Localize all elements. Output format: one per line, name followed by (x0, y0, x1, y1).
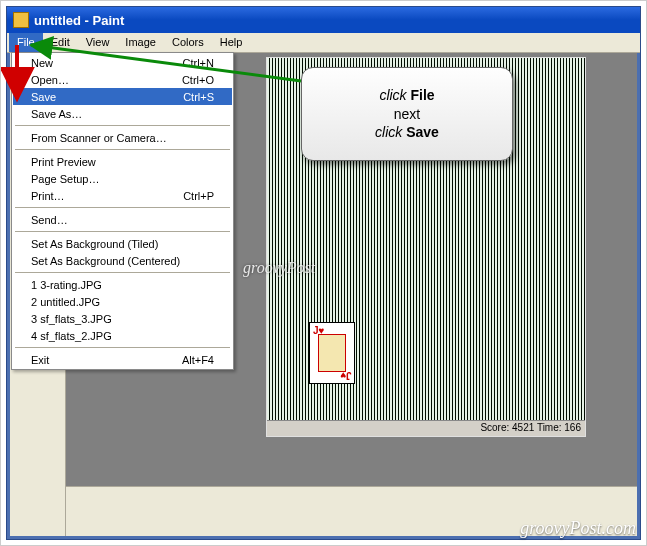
game-status-text: Score: 4521 Time: 166 (267, 420, 585, 436)
menu-item[interactable]: 2 untitled.JPG (13, 293, 232, 310)
instruction-callout: click File next click Save (301, 67, 513, 161)
menu-item-label: 1 3-rating.JPG (31, 279, 102, 291)
menu-item[interactable]: ExitAlt+F4 (13, 351, 232, 368)
menu-separator (15, 272, 230, 273)
watermark-text: groovyPost (243, 259, 315, 277)
menu-separator (15, 149, 230, 150)
window-title: untitled - Paint (34, 13, 124, 28)
menu-item-label: Exit (31, 354, 49, 366)
menu-item[interactable]: 4 sf_flats_2.JPG (13, 327, 232, 344)
menu-item[interactable]: Page Setup… (13, 170, 232, 187)
menubar: FileEditViewImageColorsHelp (7, 33, 640, 53)
menu-item[interactable]: Set As Background (Tiled) (13, 235, 232, 252)
menu-item-shortcut: Alt+F4 (182, 354, 214, 366)
menu-item[interactable]: Save As… (13, 105, 232, 122)
menu-item[interactable]: Print Preview (13, 153, 232, 170)
menu-item-label: Set As Background (Tiled) (31, 238, 158, 250)
menu-separator (15, 207, 230, 208)
menu-item[interactable]: Print…Ctrl+P (13, 187, 232, 204)
file-menu: NewCtrl+NOpen…Ctrl+OSaveCtrl+SSave As…Fr… (11, 52, 234, 370)
app-icon (13, 12, 29, 28)
menu-item[interactable]: Open…Ctrl+O (13, 71, 232, 88)
menu-item-shortcut: Ctrl+S (183, 91, 214, 103)
menu-item[interactable]: Set As Background (Centered) (13, 252, 232, 269)
menu-help[interactable]: Help (212, 33, 251, 52)
brand-text: groovyPost.com (520, 518, 636, 539)
menu-separator (15, 231, 230, 232)
menu-item-label: Print… (31, 190, 65, 202)
menu-file[interactable]: File (9, 33, 43, 52)
menu-item[interactable]: 1 3-rating.JPG (13, 276, 232, 293)
menu-item-label: 3 sf_flats_3.JPG (31, 313, 112, 325)
menu-colors[interactable]: Colors (164, 33, 212, 52)
menu-separator (15, 347, 230, 348)
callout-text-bold: File (411, 87, 435, 103)
menu-item[interactable]: From Scanner or Camera… (13, 129, 232, 146)
menu-item-label: Open… (31, 74, 69, 86)
menu-item[interactable]: Send… (13, 211, 232, 228)
menu-item-label: Print Preview (31, 156, 96, 168)
menu-item-label: Set As Background (Centered) (31, 255, 180, 267)
menu-item-label: New (31, 57, 53, 69)
playing-card (309, 322, 355, 384)
callout-text: next (394, 105, 420, 124)
menu-item-label: Save As… (31, 108, 82, 120)
menu-item-label: Send… (31, 214, 68, 226)
menu-separator (15, 125, 230, 126)
menu-item-label: From Scanner or Camera… (31, 132, 167, 144)
menu-item-shortcut: Ctrl+P (183, 190, 214, 202)
callout-text-bold: Save (406, 124, 439, 140)
menu-item-label: Save (31, 91, 56, 103)
menu-item[interactable]: NewCtrl+N (13, 54, 232, 71)
menu-item-label: 2 untitled.JPG (31, 296, 100, 308)
menu-item-shortcut: Ctrl+N (183, 57, 214, 69)
menu-view[interactable]: View (78, 33, 118, 52)
menu-item[interactable]: 3 sf_flats_3.JPG (13, 310, 232, 327)
callout-text: click (379, 87, 410, 103)
menu-image[interactable]: Image (117, 33, 164, 52)
titlebar: untitled - Paint (7, 7, 640, 33)
menu-item-shortcut: Ctrl+O (182, 74, 214, 86)
menu-item[interactable]: SaveCtrl+S (13, 88, 232, 105)
menu-item-label: 4 sf_flats_2.JPG (31, 330, 112, 342)
menu-item-label: Page Setup… (31, 173, 100, 185)
callout-text: click (375, 124, 406, 140)
menu-edit[interactable]: Edit (43, 33, 78, 52)
